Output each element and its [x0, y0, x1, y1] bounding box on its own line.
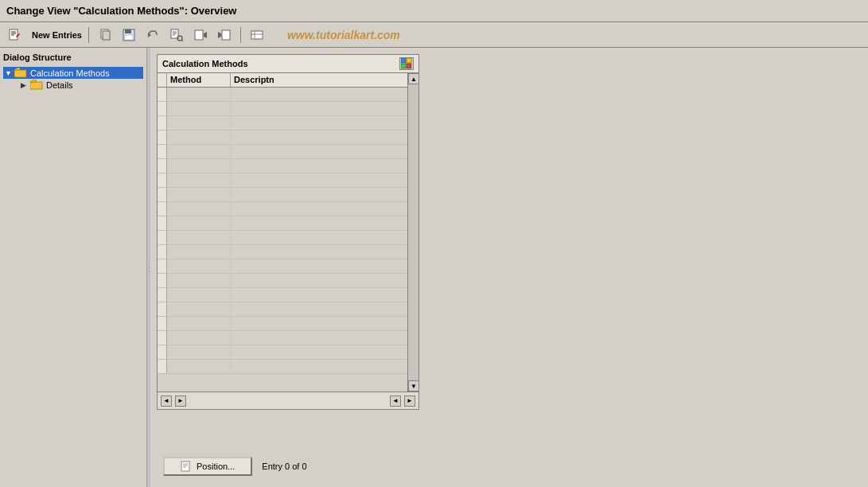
- scroll-down-btn[interactable]: ▼: [408, 380, 419, 392]
- table-row[interactable]: [158, 88, 407, 102]
- table-layout-btn[interactable]: [399, 57, 414, 70]
- entry-info: Entry 0 of 0: [262, 462, 306, 471]
- svg-rect-17: [195, 30, 203, 40]
- table-row[interactable]: [158, 274, 407, 288]
- bottom-toolbar: Position... Entry 0 of 0: [157, 452, 862, 481]
- prev-page-btn[interactable]: [191, 26, 210, 44]
- svg-rect-25: [30, 82, 42, 89]
- details-label: Details: [46, 80, 73, 90]
- grid-layout-icon: [401, 58, 412, 69]
- svg-rect-30: [181, 462, 189, 471]
- toolbar-sep-1: [88, 27, 89, 43]
- vertical-scrollbar: ▲ ▼: [407, 73, 418, 392]
- save-btn[interactable]: [119, 26, 138, 44]
- extra-btn-1[interactable]: [247, 26, 267, 44]
- svg-rect-21: [251, 31, 263, 39]
- nav-right-btn[interactable]: ►: [175, 395, 186, 407]
- col-header-method: Method: [167, 73, 231, 87]
- grid-wrapper: Method Descriptn: [158, 73, 418, 392]
- grid-main: Method Descriptn: [158, 73, 407, 392]
- prev-page-icon: [194, 29, 207, 41]
- table-row[interactable]: [158, 159, 407, 173]
- position-icon: [181, 461, 192, 472]
- title-bar: Change View "Calculation Methods": Overv…: [0, 0, 868, 22]
- table-row[interactable]: [158, 145, 407, 159]
- row-num-header: [158, 73, 167, 88]
- cell-descriptn-2[interactable]: [231, 102, 390, 115]
- table-bottom-nav: ◄ ► ◄ ►: [158, 392, 418, 409]
- new-entries-label: New Entries: [32, 30, 82, 40]
- table-row[interactable]: [158, 131, 407, 145]
- expand-icon-details: ▶: [21, 81, 29, 89]
- table-row[interactable]: [158, 317, 407, 331]
- folder-icon-calc-methods: [14, 68, 27, 78]
- table-row[interactable]: [158, 102, 407, 116]
- tree-sub: ▶ Details: [3, 79, 143, 91]
- col-header-descriptn: Descriptn: [231, 73, 390, 87]
- website-link: www.tutorialkart.com: [287, 29, 400, 41]
- svg-rect-27: [407, 58, 411, 63]
- toolbar: New Entries: [0, 22, 868, 48]
- title-text: Change View "Calculation Methods": Overv…: [6, 5, 237, 17]
- svg-rect-26: [401, 58, 406, 63]
- nav-left-btn[interactable]: ◄: [161, 395, 172, 407]
- table-row[interactable]: [158, 231, 407, 245]
- grid-body: [158, 88, 407, 392]
- table-panel: Calculation Methods: [157, 54, 419, 410]
- table-title-text: Calculation Methods: [162, 59, 248, 68]
- table-row[interactable]: [158, 245, 407, 259]
- collapse-icon: ▼: [5, 69, 13, 77]
- cell-method-2[interactable]: [167, 102, 231, 115]
- content-area: Calculation Methods: [150, 48, 868, 487]
- calc-methods-label: Calculation Methods: [30, 68, 110, 78]
- toolbar-sep-2: [240, 27, 241, 43]
- nav-right2-btn[interactable]: ►: [404, 395, 415, 407]
- find-icon: [170, 29, 183, 41]
- sidebar-item-calc-methods[interactable]: ▼ Calculation Methods: [3, 67, 143, 79]
- extra-icon-1: [251, 29, 263, 41]
- svg-line-16: [181, 40, 183, 41]
- new-entries-icon-btn[interactable]: [5, 26, 24, 44]
- position-btn-label: Position...: [197, 462, 235, 471]
- svg-marker-20: [218, 32, 221, 38]
- svg-rect-29: [407, 64, 411, 68]
- table-panel-title: Calculation Methods: [158, 55, 418, 73]
- copy-btn[interactable]: [95, 26, 115, 44]
- svg-rect-8: [125, 29, 131, 33]
- table-row[interactable]: [158, 173, 407, 188]
- main-area: Dialog Structure ▼ Calculation Methods ▶…: [0, 48, 868, 487]
- sidebar: Dialog Structure ▼ Calculation Methods ▶…: [0, 48, 147, 487]
- table-row[interactable]: [158, 116, 407, 131]
- undo-btn[interactable]: [143, 26, 162, 44]
- cell-descriptn-1[interactable]: [231, 88, 390, 101]
- nav-left2-btn[interactable]: ◄: [390, 395, 401, 407]
- find-btn[interactable]: [167, 26, 186, 44]
- position-button[interactable]: Position...: [163, 457, 252, 476]
- table-row[interactable]: [158, 188, 407, 202]
- table-row[interactable]: [158, 302, 407, 317]
- undo-icon: [146, 29, 159, 41]
- svg-rect-19: [222, 30, 230, 40]
- grid-header: Method Descriptn: [158, 73, 407, 88]
- save-icon: [123, 29, 135, 41]
- scroll-up-btn[interactable]: ▲: [408, 73, 419, 84]
- sidebar-item-details[interactable]: ▶ Details: [19, 79, 143, 91]
- svg-rect-24: [14, 70, 26, 77]
- table-row[interactable]: [158, 331, 407, 345]
- table-row[interactable]: [158, 216, 407, 231]
- row-num-1: [158, 88, 167, 101]
- sidebar-title: Dialog Structure: [3, 53, 143, 62]
- svg-rect-28: [401, 64, 406, 68]
- next-page-btn[interactable]: [215, 26, 234, 44]
- cell-method-1[interactable]: [167, 88, 231, 101]
- svg-rect-9: [125, 35, 133, 40]
- table-row[interactable]: [158, 202, 407, 216]
- table-row[interactable]: [158, 259, 407, 274]
- table-row[interactable]: [158, 360, 407, 374]
- row-num-2: [158, 102, 167, 115]
- table-row[interactable]: [158, 288, 407, 302]
- scroll-track[interactable]: [408, 84, 418, 380]
- copy-icon: [99, 29, 111, 41]
- next-page-icon: [218, 29, 231, 41]
- table-row[interactable]: [158, 345, 407, 360]
